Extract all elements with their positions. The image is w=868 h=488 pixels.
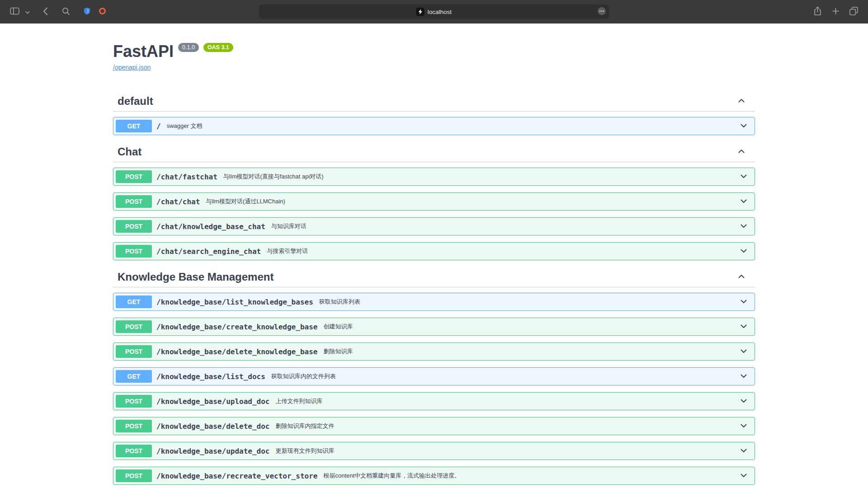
operation-description: 获取知识库列表	[319, 298, 360, 306]
chevron-down-icon	[739, 396, 748, 407]
operation-expand-button[interactable]	[735, 297, 752, 307]
operation-path: /chat/chat	[156, 197, 200, 206]
section-header[interactable]: Chat	[113, 142, 755, 162]
browser-toolbar: localhost	[0, 0, 868, 23]
page-menu-button[interactable]	[598, 7, 606, 17]
blue-shield-icon	[83, 7, 91, 16]
operation-description: 与llm模型对话(通过LLMChain)	[206, 197, 285, 206]
operation-row[interactable]: GET /knowledge_base/list_knowledge_bases…	[113, 293, 755, 311]
method-badge: POST	[116, 320, 152, 333]
address-bar[interactable]: localhost	[259, 5, 609, 19]
operation-expand-button[interactable]	[735, 221, 752, 232]
share-button[interactable]	[811, 4, 824, 19]
chevron-down-icon	[739, 322, 748, 332]
section-title: Knowledge Base Management	[118, 271, 274, 283]
operation-row[interactable]: POST /chat/fastchat 与llm模型对话(直接与fastchat…	[113, 168, 755, 186]
operation-description: 根据content中文档重建向量库，流式输出处理进度。	[323, 472, 460, 480]
operation-expand-button[interactable]	[735, 121, 752, 131]
method-badge: POST	[116, 195, 152, 208]
operation-row[interactable]: POST /knowledge_base/upload_doc 上传文件到知识库	[113, 392, 755, 410]
operation-row[interactable]: POST /knowledge_base/delete_doc 删除知识库内指定…	[113, 417, 755, 435]
operation-expand-button[interactable]	[735, 322, 752, 332]
chevron-down-icon	[739, 371, 748, 382]
operation-path: /knowledge_base/create_knowledge_base	[156, 323, 317, 331]
operation-path: /knowledge_base/upload_doc	[156, 397, 269, 406]
operation-expand-button[interactable]	[735, 446, 752, 456]
operation-expand-button[interactable]	[735, 421, 752, 432]
method-badge: POST	[116, 445, 152, 457]
swagger-wrapper: FastAPI 0.1.0 OAS 3.1 /openapi.json defa…	[104, 23, 764, 485]
section-header[interactable]: Knowledge Base Management	[113, 267, 755, 287]
search-button[interactable]	[59, 4, 73, 19]
operation-description: 与搜索引擎对话	[267, 247, 308, 255]
operation-expand-button[interactable]	[735, 471, 752, 481]
operation-expand-button[interactable]	[735, 347, 752, 357]
extension-orange-button[interactable]	[95, 4, 109, 19]
api-section: Knowledge Base Management GET /knowledge…	[113, 267, 755, 485]
section-collapse-button[interactable]	[737, 147, 746, 157]
operations-list: GET / swagger 文档	[113, 117, 755, 135]
operations-list: GET /knowledge_base/list_knowledge_bases…	[113, 293, 755, 485]
section-collapse-button[interactable]	[737, 272, 746, 282]
ellipsis-circle-icon	[598, 7, 606, 17]
section-collapse-button[interactable]	[737, 96, 746, 107]
method-badge: POST	[116, 395, 152, 408]
operation-row[interactable]: POST /knowledge_base/create_knowledge_ba…	[113, 318, 755, 336]
operation-description: 与知识库对话	[271, 222, 307, 230]
search-icon	[62, 7, 70, 17]
method-badge: GET	[116, 120, 152, 132]
operation-path: /	[156, 122, 161, 131]
method-badge: POST	[116, 245, 152, 258]
url-text: localhost	[428, 9, 452, 15]
operation-row[interactable]: GET / swagger 文档	[113, 117, 755, 135]
operation-row[interactable]: POST /knowledge_base/update_doc 更新现有文件到知…	[113, 442, 755, 460]
operation-description: 获取知识库内的文件列表	[271, 372, 336, 380]
chevron-down-icon	[739, 172, 748, 182]
chevron-down-icon	[739, 446, 748, 456]
chevron-down-icon	[25, 9, 30, 15]
api-title-text: FastAPI	[113, 42, 174, 61]
operation-description: 更新现有文件到知识库	[275, 447, 334, 455]
chevron-down-icon	[739, 246, 748, 257]
operation-description: 删除知识库	[323, 347, 353, 356]
method-badge: POST	[116, 345, 152, 358]
operation-expand-button[interactable]	[735, 246, 752, 257]
extension-blue-button[interactable]	[80, 4, 94, 19]
chevron-left-icon	[43, 7, 48, 17]
new-tab-button[interactable]	[829, 4, 842, 19]
sidebar-toggle-button[interactable]	[7, 4, 22, 19]
operation-path: /knowledge_base/delete_knowledge_base	[156, 347, 317, 356]
operation-row[interactable]: GET /knowledge_base/list_docs 获取知识库内的文件列…	[113, 367, 755, 385]
orange-ring-icon	[99, 7, 106, 16]
operation-description: 创建知识库	[323, 323, 353, 331]
operation-expand-button[interactable]	[735, 371, 752, 382]
operation-path: /chat/fastchat	[156, 173, 217, 181]
api-sections-container: default GET / swagger 文档 Chat	[113, 91, 755, 485]
sidebar-icon	[10, 7, 19, 16]
back-button[interactable]	[38, 4, 52, 19]
method-badge: POST	[116, 170, 152, 183]
operation-description: 删除知识库内指定文件	[275, 422, 334, 430]
operation-row[interactable]: POST /knowledge_base/recreate_vector_sto…	[113, 467, 755, 485]
share-icon	[814, 6, 821, 17]
operations-list: POST /chat/fastchat 与llm模型对话(直接与fastchat…	[113, 168, 755, 260]
chevron-down-icon	[739, 121, 748, 131]
tab-overview-icon	[849, 7, 858, 17]
operation-path: /knowledge_base/recreate_vector_store	[156, 472, 317, 480]
tab-overview-button[interactable]	[847, 4, 861, 19]
method-badge: POST	[116, 420, 152, 432]
operation-path: /knowledge_base/list_knowledge_bases	[156, 298, 313, 306]
site-favicon-icon	[416, 8, 425, 16]
operation-expand-button[interactable]	[735, 197, 752, 207]
operation-row[interactable]: POST /chat/knowledge_base_chat 与知识库对话	[113, 217, 755, 235]
operation-description: 上传文件到知识库	[275, 397, 322, 405]
operation-expand-button[interactable]	[735, 172, 752, 182]
tab-group-chevron-button[interactable]	[24, 4, 31, 19]
operation-row[interactable]: POST /chat/search_engine_chat 与搜索引擎对话	[113, 242, 755, 260]
operation-expand-button[interactable]	[735, 396, 752, 407]
version-badge: 0.1.0	[178, 43, 199, 52]
operation-row[interactable]: POST /knowledge_base/delete_knowledge_ba…	[113, 343, 755, 361]
operation-row[interactable]: POST /chat/chat 与llm模型对话(通过LLMChain)	[113, 192, 755, 211]
openapi-spec-link[interactable]: /openapi.json	[113, 63, 151, 71]
section-header[interactable]: default	[113, 91, 755, 112]
